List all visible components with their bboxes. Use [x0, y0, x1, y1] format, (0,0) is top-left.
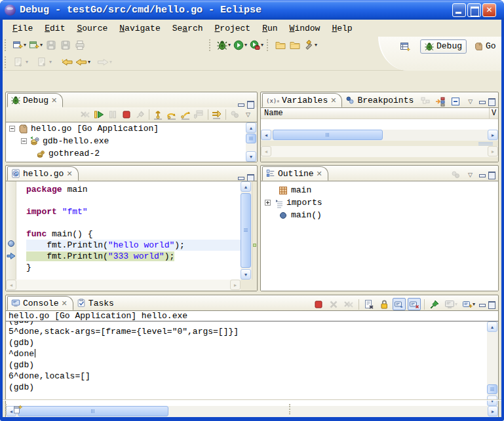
close-icon[interactable]: ✕: [51, 97, 57, 104]
remove-launch-button[interactable]: [327, 298, 340, 310]
tab-outline[interactable]: Outline ✕: [262, 166, 328, 181]
resume-button[interactable]: [92, 109, 106, 121]
scroll-up-arrow[interactable]: ▴: [246, 122, 256, 133]
breakpoint-ruler[interactable]: [6, 181, 16, 280]
view-minimize-button[interactable]: [478, 98, 486, 105]
window-minimize-button[interactable]: [452, 3, 466, 17]
forward-button[interactable]: ▾: [96, 55, 113, 69]
view-maximize-button[interactable]: [246, 174, 254, 181]
scroll-right-arrow[interactable]: ▸: [488, 130, 498, 140]
step-over-button[interactable]: [165, 109, 178, 121]
menu-help[interactable]: Help: [326, 22, 358, 35]
collapse-all-button[interactable]: [449, 95, 462, 107]
view-maximize-button[interactable]: [488, 301, 495, 308]
tab-variables[interactable]: Variables ✕: [262, 93, 342, 107]
open-resource-button[interactable]: [288, 38, 302, 52]
open-type-button[interactable]: [273, 38, 288, 52]
code-line-breakpoint[interactable]: fmt.Println("hello world");: [26, 240, 241, 251]
menu-search[interactable]: Search: [166, 22, 209, 35]
previous-annotation-button[interactable]: [35, 55, 49, 69]
print-button[interactable]: [73, 38, 87, 52]
last-edit-location-button[interactable]: [60, 55, 74, 69]
console-vertical-scrollbar[interactable]: ▴ ▾: [487, 321, 498, 406]
menu-navigate[interactable]: Navigate: [113, 22, 166, 35]
close-icon[interactable]: ✕: [62, 300, 68, 307]
outline-item-main-func[interactable]: main(): [261, 209, 498, 221]
step-return-button[interactable]: [179, 109, 192, 121]
close-icon[interactable]: ✕: [330, 97, 336, 104]
breakpoint-icon[interactable]: [8, 240, 14, 247]
detail-pane-scrollbar[interactable]: ◂ ▸: [261, 146, 498, 157]
scroll-down-arrow[interactable]: ▾: [241, 269, 251, 280]
menu-run[interactable]: Run: [256, 22, 283, 35]
show-stdout-button[interactable]: [393, 298, 406, 310]
variables-empty-area[interactable]: [261, 119, 498, 130]
save-button[interactable]: [44, 38, 58, 52]
tree-item-thread[interactable]: gothread-2: [6, 147, 246, 160]
code-line[interactable]: [26, 217, 241, 229]
menu-edit[interactable]: Edit: [39, 22, 71, 35]
editor-vertical-scrollbar[interactable]: ▴ ▾: [241, 181, 252, 280]
toolbar-grip[interactable]: [267, 39, 271, 51]
run-launch-button[interactable]: ▾: [232, 38, 248, 52]
tab-debug[interactable]: Debug ✕: [7, 93, 63, 107]
view-minimize-button[interactable]: [478, 172, 486, 178]
tree-item-launch[interactable]: hello.go [Go Application]: [6, 122, 246, 135]
code-line[interactable]: }: [26, 262, 241, 273]
code-line[interactable]: func main() {: [26, 229, 241, 240]
scroll-left-arrow[interactable]: ◂: [6, 280, 16, 290]
collapse-expander-icon[interactable]: [9, 126, 15, 132]
tab-hello-go-editor[interactable]: hello.go ✕: [7, 166, 79, 181]
console-output[interactable]: (gdb) 5^done,stack-args=[frame={level="0…: [6, 321, 487, 406]
scroll-right-arrow[interactable]: ▸: [488, 146, 498, 156]
menu-window[interactable]: Window: [284, 22, 326, 35]
column-name[interactable]: Name: [261, 108, 489, 119]
scroll-up-arrow[interactable]: ▴: [241, 181, 251, 192]
menu-project[interactable]: Project: [209, 22, 257, 35]
step-into-button[interactable]: [151, 109, 165, 121]
scroll-thumb[interactable]: [241, 193, 251, 268]
save-all-button[interactable]: [58, 38, 73, 52]
editor-horizontal-scrollbar[interactable]: ◂ ▸: [6, 280, 241, 291]
remove-all-terminated-button[interactable]: [342, 298, 355, 310]
statusbar-grip[interactable]: [289, 404, 292, 414]
scroll-left-arrow[interactable]: ◂: [261, 146, 271, 156]
use-step-filters-button[interactable]: [210, 109, 223, 121]
scroll-left-arrow[interactable]: ◂: [261, 130, 271, 140]
show-type-names-button[interactable]: [434, 95, 447, 107]
perspective-go-button[interactable]: Go: [469, 39, 501, 54]
column-value[interactable]: V: [489, 108, 498, 119]
view-minimize-button[interactable]: [237, 174, 244, 181]
view-minimize-button[interactable]: [478, 301, 486, 308]
terminate-button[interactable]: [312, 298, 325, 310]
menu-file[interactable]: File: [7, 22, 39, 35]
variables-horizontal-scrollbar[interactable]: ◂ ▸: [261, 130, 498, 141]
code-line-current[interactable]: fmt.Println("333 world");: [26, 251, 241, 262]
fast-view-button[interactable]: [11, 403, 24, 415]
back-button[interactable]: ▾: [74, 55, 92, 69]
scroll-lock-button[interactable]: [378, 298, 391, 310]
remove-all-terminated-button[interactable]: [79, 109, 92, 121]
scroll-down-arrow[interactable]: ▾: [246, 151, 256, 162]
next-annotation-button[interactable]: [11, 55, 26, 69]
link-with-editor-button[interactable]: [449, 168, 462, 181]
show-logical-structure-button[interactable]: [419, 95, 432, 107]
sash-grip-icon[interactable]: [478, 142, 493, 145]
external-tools-button[interactable]: ▾: [248, 38, 265, 52]
debug-misc-button[interactable]: [228, 109, 241, 121]
overview-ruler[interactable]: [252, 181, 257, 280]
view-maximize-button[interactable]: [488, 98, 495, 105]
detail-pane-sash[interactable]: [261, 141, 498, 146]
view-menu-button[interactable]: ▽: [464, 95, 476, 107]
open-console-button[interactable]: ▾: [461, 298, 476, 310]
drop-to-frame-button[interactable]: [193, 109, 206, 121]
show-stderr-button[interactable]: [408, 298, 421, 310]
display-selected-console-button[interactable]: ▾: [443, 298, 459, 310]
debug-vertical-scrollbar[interactable]: ▴ ▾: [246, 122, 257, 162]
scroll-thumb[interactable]: [246, 134, 256, 143]
toolbar-grip[interactable]: [5, 39, 9, 51]
open-perspective-button[interactable]: [398, 39, 412, 54]
titlebar[interactable]: Debug - testGo/src/cmd/hello.go - Eclips…: [0, 0, 504, 20]
close-icon[interactable]: ✕: [66, 170, 72, 177]
new-project-button[interactable]: ▾: [28, 38, 44, 52]
